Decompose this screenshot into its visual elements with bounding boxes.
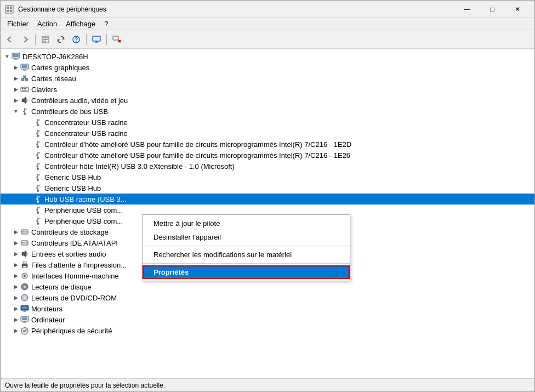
svg-rect-2: [10, 7, 12, 9]
menu-affichage[interactable]: Affichage: [61, 18, 100, 30]
tree-root[interactable]: ▼ DESKTOP-J6K286H: [1, 51, 534, 62]
tree-peripheriques-securite[interactable]: ▶ Périphériques de sécurité: [1, 325, 534, 336]
tree-lecteurs-disque[interactable]: ▶ Lecteurs de disque: [1, 281, 534, 292]
context-menu-properties[interactable]: Propriétés: [143, 265, 350, 279]
window-controls: — □ ✕: [454, 1, 530, 18]
expand-icon[interactable]: ▶: [12, 271, 20, 280]
close-button[interactable]: ✕: [505, 1, 530, 18]
tree-controleur-1e2d[interactable]: Contrôleur d'hôte amélioré USB pour fami…: [1, 139, 534, 150]
svg-point-37: [37, 135, 39, 137]
tree-claviers[interactable]: ▶ Claviers: [1, 84, 534, 95]
svg-line-27: [23, 77, 25, 78]
root-label: DESKTOP-J6K286H: [22, 53, 88, 61]
menu-fichier[interactable]: Fichier: [3, 18, 33, 30]
expand-icon[interactable]: ▶: [12, 304, 20, 313]
svg-point-44: [37, 212, 39, 214]
maximize-button[interactable]: □: [480, 1, 505, 18]
tree-concentrateur-1[interactable]: Concentrateur USB racine: [1, 117, 534, 128]
controleur-intel-label: Contrôleur hôte Intel(R) USB 3.0 eXtensi…: [44, 162, 235, 171]
expand-icon[interactable]: ▶: [12, 74, 20, 83]
svg-rect-14: [113, 36, 118, 40]
expand-icon[interactable]: ▶: [12, 249, 20, 258]
root-expander[interactable]: ▼: [3, 52, 12, 61]
audio-icon: [20, 96, 29, 105]
expand-icon[interactable]: ▶: [12, 228, 20, 236]
cartes-graphiques-label: Cartes graphiques: [31, 64, 89, 72]
tree-controleur-1e26[interactable]: Contrôleur d'hôte amélioré USB pour fami…: [1, 150, 534, 161]
svg-rect-1: [7, 7, 9, 9]
monitor-icon: [20, 304, 29, 313]
device-tree[interactable]: ▼ DESKTOP-J6K286H ▶: [1, 49, 534, 378]
concentrateur-2-label: Concentrateur USB racine: [44, 129, 128, 138]
usb-device-icon: [33, 206, 42, 214]
title-bar: Gestionnaire de périphériques — □ ✕: [1, 1, 534, 18]
svg-point-38: [37, 146, 39, 148]
usb-device-icon: [33, 217, 42, 225]
svg-text:?: ?: [75, 37, 78, 43]
hid-icon: [20, 271, 29, 280]
toolbar-update[interactable]: [54, 32, 68, 47]
toolbar-forward[interactable]: [18, 32, 32, 47]
printer-icon: [20, 260, 29, 269]
expand-icon[interactable]: ▶: [12, 293, 20, 302]
minimize-button[interactable]: —: [454, 1, 480, 18]
toolbar-sep-3: [106, 34, 107, 45]
status-bar: Ouvre la feuille de propriétés pour la s…: [1, 378, 534, 391]
window-title: Gestionnaire de périphériques: [18, 5, 454, 13]
tree-controleur-intel[interactable]: Contrôleur hôte Intel(R) USB 3.0 eXtensi…: [1, 161, 534, 172]
ordinateur-label: Ordinateur: [31, 316, 65, 324]
menu-action[interactable]: Action: [33, 18, 61, 30]
usb-device-icon: [33, 173, 42, 181]
toolbar-back[interactable]: [3, 32, 17, 47]
toolbar-sep-2: [86, 34, 87, 45]
expand-icon[interactable]: ▼: [12, 107, 20, 116]
svg-point-43: [37, 201, 39, 203]
tree-peripherique-usb-1[interactable]: Périphérique USB com...: [1, 204, 534, 215]
toolbar-properties[interactable]: [38, 32, 53, 47]
svg-rect-63: [22, 306, 27, 309]
expand-icon[interactable]: ▶: [12, 282, 20, 291]
context-menu-update-driver[interactable]: Mettre à jour le pilote: [143, 217, 350, 230]
expand-icon[interactable]: ▶: [12, 315, 20, 324]
expand-icon[interactable]: ▶: [12, 63, 20, 72]
svg-rect-4: [10, 10, 12, 12]
tree-moniteurs[interactable]: ▶ Moniteurs: [1, 303, 534, 314]
audio-io-icon: [20, 249, 29, 258]
svg-marker-52: [22, 251, 26, 257]
expand-icon[interactable]: ▶: [12, 96, 20, 105]
tree-lecteurs-dvd[interactable]: ▶ Lecteurs de DVD/CD-ROM: [1, 292, 534, 303]
generic-hub-2-label: Generic USB Hub: [44, 184, 101, 192]
tree-controleurs-audio[interactable]: ▶ Contrôleurs audio, vidéo et jeu: [1, 95, 534, 106]
tree-controleurs-usb[interactable]: ▼ Contrôleurs de bus USB: [1, 106, 534, 117]
expand-icon[interactable]: ▶: [12, 260, 20, 269]
menu-aide[interactable]: ?: [100, 18, 112, 30]
tree-hub-usb-racine[interactable]: Hub USB racine (USB 3...: [1, 194, 534, 204]
usb-device-icon: [33, 162, 42, 171]
tree-generic-hub-2[interactable]: Generic USB Hub: [1, 183, 534, 194]
tree-cartes-reseau[interactable]: ▶ Cartes réseau: [1, 73, 534, 84]
expand-icon[interactable]: ▶: [12, 85, 20, 94]
tree-cartes-graphiques[interactable]: ▶ Cartes graphiques: [1, 62, 534, 73]
generic-hub-1-label: Generic USB Hub: [44, 173, 101, 181]
tree-ordinateur[interactable]: ▶ Ordinateur: [1, 314, 534, 325]
expand-icon[interactable]: ▶: [12, 238, 20, 247]
svg-rect-33: [22, 90, 27, 90]
context-menu-separator: [143, 246, 350, 246]
no-expand: [25, 129, 33, 138]
toolbar-help[interactable]: ?: [69, 32, 83, 47]
toolbar-monitor[interactable]: [89, 32, 104, 47]
cartes-reseau-label: Cartes réseau: [31, 75, 76, 83]
peripherique-usb-2-label: Périphérique USB com...: [44, 217, 123, 225]
context-menu-uninstall[interactable]: Désinstaller l'appareil: [143, 230, 350, 244]
tree-generic-hub-1[interactable]: Generic USB Hub: [1, 172, 534, 183]
expand-icon[interactable]: ▶: [12, 326, 20, 335]
storage-icon: [20, 228, 29, 236]
usb-icon: [20, 107, 29, 116]
context-menu-scan[interactable]: Rechercher les modifications sur le maté…: [143, 248, 350, 262]
lecteurs-disque-label: Lecteurs de disque: [31, 283, 92, 291]
tree-concentrateur-2[interactable]: Concentrateur USB racine: [1, 128, 534, 139]
toolbar-remove[interactable]: [110, 32, 124, 47]
claviers-label: Claviers: [31, 86, 57, 94]
svg-point-42: [37, 190, 39, 192]
dvd-icon: [20, 293, 29, 302]
